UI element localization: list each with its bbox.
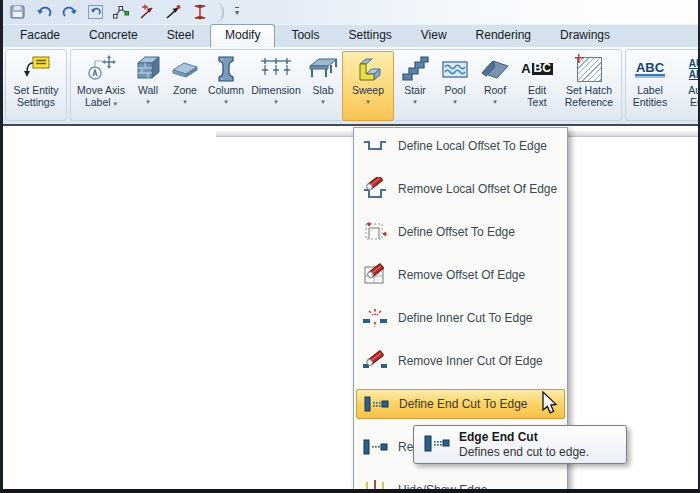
auto-entities-button[interactable]: AUT AB Auto Enti	[673, 51, 700, 121]
edit-nodes-icon[interactable]	[112, 3, 131, 21]
sweep-icon	[352, 53, 384, 85]
button-label-line1: Roof	[484, 85, 506, 97]
dimension-button[interactable]: Dimension ▾	[248, 51, 304, 121]
tab-view[interactable]: View	[408, 25, 460, 47]
dropdown-arrow-icon: ▾	[493, 98, 497, 105]
menu-item-label: Remove Offset Of Edge	[398, 268, 525, 282]
button-label-line1: Zone	[173, 85, 197, 97]
button-label-line1: Set Entity	[14, 85, 59, 97]
edit-text-icon: ABC	[521, 53, 553, 85]
menu-item-remove-local-offset[interactable]: Remove Local Offset Of Edge	[356, 174, 565, 204]
quick-access-toolbar: ▾	[3, 0, 698, 24]
undo-all-icon[interactable]	[86, 3, 105, 21]
column-button[interactable]: Column ▾	[204, 51, 248, 121]
menu-item-label: Define Local Offset To Edge	[398, 139, 547, 153]
local-offset-remove-icon	[361, 177, 389, 201]
set-entity-settings-icon	[20, 53, 52, 85]
button-label-line1: Column	[208, 85, 244, 97]
mouse-cursor-icon	[541, 391, 561, 417]
tab-modify[interactable]: Modify	[210, 24, 275, 47]
move-axis-label-button[interactable]: Move Axis Label ▾	[72, 51, 130, 121]
sweep-button[interactable]: Sweep ▾	[342, 51, 394, 121]
button-label-line2: Label ▾	[85, 97, 117, 109]
set-entity-settings-button[interactable]: Set Entity Settings	[7, 51, 65, 121]
ribbon-group-modify-tools: Move Axis Label ▾ Wall ▾ Zone ▾	[70, 49, 622, 121]
save-icon[interactable]	[8, 3, 27, 21]
dropdown-arrow-icon: ▾	[224, 98, 228, 105]
button-label-line1: Set Hatch	[566, 85, 612, 97]
pool-button[interactable]: Pool ▾	[436, 51, 474, 121]
edit-text-button[interactable]: ABC Edit Text	[516, 51, 558, 121]
label-entities-button[interactable]: ABC Label Entities	[627, 51, 673, 121]
tab-facade[interactable]: Facade	[7, 25, 73, 47]
ribbon-group-entity: Set Entity Settings	[5, 49, 67, 121]
button-label-line2: Enti	[690, 97, 700, 109]
menu-item-label: Define Inner Cut To Edge	[398, 311, 533, 325]
tab-drawings[interactable]: Drawings	[547, 25, 623, 47]
roof-button[interactable]: Roof ▾	[474, 51, 516, 121]
dropdown-arrow-icon: ▾	[274, 98, 278, 105]
menu-item-define-offset[interactable]: Define Offset To Edge	[356, 217, 565, 247]
app-window: ▾ Facade Concrete Steel Modify Tools Set…	[0, 0, 700, 493]
tab-tools[interactable]: Tools	[278, 25, 332, 47]
redo-icon[interactable]	[60, 3, 79, 21]
tooltip-title: Edge End Cut	[459, 430, 589, 445]
pick-pointer-icon[interactable]	[164, 3, 183, 21]
ribbon: Set Entity Settings Move Axis Label ▾ Wa…	[3, 47, 698, 126]
menu-item-remove-offset[interactable]: Remove Offset Of Edge	[356, 260, 565, 290]
tab-settings[interactable]: Settings	[335, 25, 404, 47]
tab-steel[interactable]: Steel	[154, 25, 207, 47]
zone-button[interactable]: Zone ▾	[166, 51, 204, 121]
menu-item-label: Define End Cut To Edge	[399, 397, 528, 411]
dropdown-arrow-icon: ▾	[366, 98, 370, 105]
wall-button[interactable]: Wall ▾	[130, 51, 166, 121]
wall-icon	[133, 53, 163, 85]
tab-rendering[interactable]: Rendering	[463, 25, 544, 47]
undo-icon[interactable]	[34, 3, 53, 21]
dropdown-arrow-icon: ▾	[183, 98, 187, 105]
move-axis-label-icon	[85, 53, 117, 85]
set-hatch-reference-button[interactable]: Set Hatch Reference	[558, 51, 620, 121]
local-offset-define-icon	[361, 134, 389, 158]
slab-button[interactable]: Slab ▾	[304, 51, 342, 121]
dropdown-arrow-icon: ▾	[114, 100, 118, 107]
button-label-line1: Dimension	[251, 85, 301, 97]
button-label-line1: Pool	[444, 85, 465, 97]
button-label-line2: Text	[527, 97, 546, 109]
pick-pointer-add-icon[interactable]	[138, 3, 157, 21]
edge-end-cut-icon	[422, 431, 450, 459]
button-label-line2: Entities	[633, 97, 667, 109]
dropdown-arrow-icon: ▾	[453, 98, 457, 105]
button-label-line1: Edit	[528, 85, 546, 97]
edit-text-glyph-bc: BC	[532, 63, 553, 75]
ribbon-tab-bar: Facade Concrete Steel Modify Tools Setti…	[3, 24, 698, 47]
roof-icon	[478, 53, 512, 85]
tooltip-description: Defines end cut to edge.	[459, 445, 589, 460]
menu-item-define-inner-cut[interactable]: Define Inner Cut To Edge	[356, 303, 565, 333]
pool-icon	[439, 53, 471, 85]
qat-separator	[216, 3, 224, 22]
abc-glyph: ABC	[635, 62, 665, 76]
end-cut-remove-icon	[361, 435, 389, 459]
move-vertical-icon[interactable]	[190, 3, 209, 21]
slab-icon	[306, 53, 340, 85]
menu-item-label: Remove Inner Cut Of Edge	[398, 354, 543, 368]
tab-concrete[interactable]: Concrete	[76, 25, 151, 47]
auto-glyph-line1: AUT	[689, 58, 700, 69]
dropdown-arrow-icon: ▾	[321, 98, 325, 105]
toolbar-options-chevron-icon[interactable]: ▾	[235, 7, 239, 17]
button-label-line1: Wall	[138, 85, 158, 97]
stair-button[interactable]: Stair ▾	[394, 51, 436, 121]
button-label-line1: Sweep	[352, 85, 384, 97]
auto-entities-icon: AUT AB	[689, 53, 700, 85]
menu-item-remove-inner-cut[interactable]: Remove Inner Cut Of Edge	[356, 346, 565, 376]
button-label-line1: Slab	[312, 85, 333, 97]
auto-glyph-line2: AB	[689, 69, 700, 80]
menu-item-define-end-cut[interactable]: Define End Cut To Edge	[356, 389, 565, 419]
menu-item-label: Remove Local Offset Of Edge	[398, 182, 557, 196]
inner-cut-define-icon	[361, 306, 389, 330]
menu-item-define-local-offset[interactable]: Define Local Offset To Edge	[356, 131, 565, 161]
menu-item-hide-show-edge[interactable]: Hide/Show Edge	[356, 475, 565, 493]
ribbon-group-labels: ABC Label Entities AUT AB Auto Enti	[625, 49, 700, 121]
button-label-line1: Label	[637, 85, 663, 97]
